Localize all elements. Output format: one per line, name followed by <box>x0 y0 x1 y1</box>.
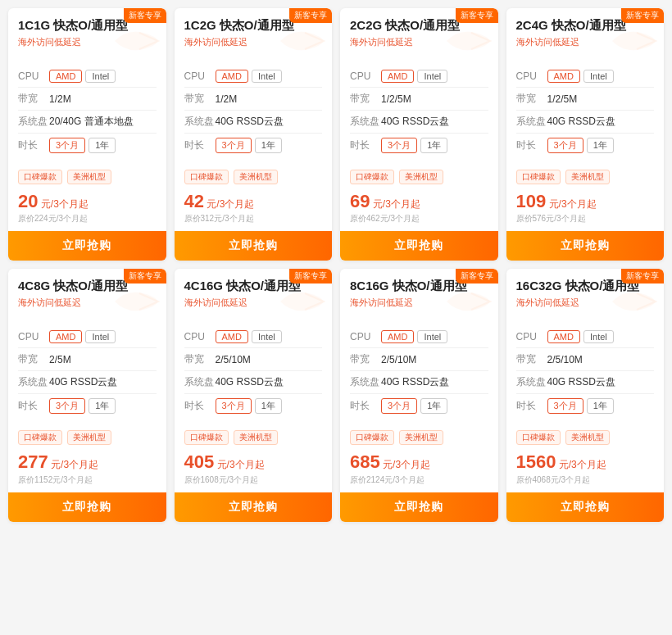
buy-button[interactable]: 立即抢购 <box>175 231 333 261</box>
price-area: 42 元/3个月起 原价312元/3个月起 <box>175 188 333 231</box>
tag-region: 美洲机型 <box>234 430 278 445</box>
time-1year-btn[interactable]: 1年 <box>587 398 614 414</box>
new-badge: 新客专享 <box>289 269 332 283</box>
cpu-label: CPU <box>18 70 49 82</box>
time-label: 时长 <box>350 399 381 413</box>
time-3month-btn[interactable]: 3个月 <box>547 398 583 414</box>
price-original: 原价1608元/3个月起 <box>184 474 323 486</box>
cpu-intel-btn[interactable]: Intel <box>252 70 282 83</box>
buy-button[interactable]: 立即抢购 <box>175 492 333 522</box>
cpu-spec-row: CPU AMD Intel <box>350 326 488 348</box>
disk-spec-row: 系统盘 20/40G 普通本地盘 <box>18 111 157 134</box>
card-specs: CPU AMD Intel 带宽 1/2M 系统盘 40G RSSD云盘 时长 <box>175 66 333 164</box>
buy-button[interactable]: 立即抢购 <box>340 492 498 522</box>
price-area: 1560 元/3个月起 原价4068元/3个月起 <box>506 448 665 492</box>
price-original: 原价4068元/3个月起 <box>516 474 655 486</box>
arrow-decoration <box>276 285 325 318</box>
cpu-intel-btn[interactable]: Intel <box>252 330 282 343</box>
tag-popular: 口碑爆款 <box>516 170 561 184</box>
cpu-intel-btn[interactable]: Intel <box>417 330 447 343</box>
cpu-label: CPU <box>516 70 547 82</box>
price-original: 原价576元/3个月起 <box>516 213 655 225</box>
price-display: 42 元/3个月起 <box>184 191 323 212</box>
time-3month-btn[interactable]: 3个月 <box>216 398 252 414</box>
new-badge: 新客专享 <box>621 269 664 283</box>
card-specs: CPU AMD Intel 带宽 1/2/5M 系统盘 40G RSSD云盘 时… <box>340 66 498 164</box>
disk-value: 20/40G 普通本地盘 <box>49 115 134 129</box>
cpu-intel-btn[interactable]: Intel <box>417 70 447 83</box>
cpu-amd-btn[interactable]: AMD <box>49 330 82 343</box>
cpu-spec-row: CPU AMD Intel <box>18 326 157 348</box>
bandwidth-label: 带宽 <box>350 92 381 106</box>
cpu-intel-btn[interactable]: Intel <box>85 70 116 83</box>
time-1year-btn[interactable]: 1年 <box>420 398 447 414</box>
tag-popular: 口碑爆款 <box>18 430 62 445</box>
time-buttons: 3个月 1年 <box>49 398 116 414</box>
time-buttons: 3个月 1年 <box>547 138 614 153</box>
price-main: 277 元/3个月起 <box>18 451 98 472</box>
cpu-amd-btn[interactable]: AMD <box>547 70 580 83</box>
time-1year-btn[interactable]: 1年 <box>89 398 116 414</box>
price-display: 109 元/3个月起 <box>516 191 655 212</box>
tags-row: 口碑爆款 美洲机型 <box>506 164 665 188</box>
price-display: 20 元/3个月起 <box>18 191 157 212</box>
cpu-intel-btn[interactable]: Intel <box>583 70 614 83</box>
arrow-decoration <box>608 25 657 57</box>
tag-popular: 口碑爆款 <box>350 170 394 184</box>
buy-button[interactable]: 立即抢购 <box>506 492 665 522</box>
tag-region: 美洲机型 <box>399 170 443 184</box>
price-original: 原价224元/3个月起 <box>18 213 157 225</box>
cpu-label: CPU <box>18 331 49 342</box>
cpu-amd-btn[interactable]: AMD <box>216 330 248 343</box>
time-3month-btn[interactable]: 3个月 <box>547 138 583 153</box>
bandwidth-value: 2/5/10M <box>381 354 416 365</box>
bandwidth-label: 带宽 <box>18 92 49 106</box>
time-1year-btn[interactable]: 1年 <box>420 138 447 153</box>
cpu-intel-btn[interactable]: Intel <box>85 330 116 343</box>
cpu-intel-btn[interactable]: Intel <box>583 330 614 343</box>
price-main: 685 元/3个月起 <box>350 451 430 472</box>
cpu-amd-btn[interactable]: AMD <box>216 70 248 83</box>
tags-row: 口碑爆款 美洲机型 <box>8 424 166 448</box>
time-1year-btn[interactable]: 1年 <box>255 138 282 153</box>
bandwidth-spec-row: 带宽 2/5/10M <box>184 348 323 371</box>
card-specs: CPU AMD Intel 带宽 2/5M 系统盘 40G RSSD云盘 时长 <box>8 326 166 424</box>
tag-region: 美洲机型 <box>67 430 111 445</box>
time-1year-btn[interactable]: 1年 <box>255 398 282 414</box>
tag-popular: 口碑爆款 <box>18 170 62 184</box>
time-1year-btn[interactable]: 1年 <box>89 138 116 153</box>
time-label: 时长 <box>516 138 547 152</box>
cpu-buttons: AMD Intel <box>216 70 282 83</box>
tags-row: 口碑爆款 美洲机型 <box>340 164 498 188</box>
bandwidth-label: 带宽 <box>516 92 547 106</box>
card-header: 新客专享 2C4G 快杰O/通用型 海外访问低延迟 <box>506 8 665 66</box>
bandwidth-spec-row: 带宽 1/2/5M <box>350 88 488 111</box>
card-header: 新客专享 4C8G 快杰O/通用型 海外访问低延迟 <box>8 269 166 326</box>
time-3month-btn[interactable]: 3个月 <box>216 138 252 153</box>
time-3month-btn[interactable]: 3个月 <box>49 138 85 153</box>
card-header: 新客专享 16C32G 快杰O/通用型 海外访问低延迟 <box>506 269 665 326</box>
time-3month-btn[interactable]: 3个月 <box>381 138 417 153</box>
time-1year-btn[interactable]: 1年 <box>587 138 614 153</box>
arrow-decoration <box>276 25 325 57</box>
buy-button[interactable]: 立即抢购 <box>8 231 166 261</box>
cpu-amd-btn[interactable]: AMD <box>547 330 580 343</box>
time-3month-btn[interactable]: 3个月 <box>49 398 85 414</box>
tag-region: 美洲机型 <box>234 170 278 184</box>
disk-label: 系统盘 <box>516 375 547 389</box>
disk-value: 40G RSSD云盘 <box>381 115 449 129</box>
price-display: 405 元/3个月起 <box>184 451 323 473</box>
cpu-amd-btn[interactable]: AMD <box>381 330 414 343</box>
price-unit: 元/3个月起 <box>370 198 420 210</box>
cpu-amd-btn[interactable]: AMD <box>381 70 414 83</box>
arrow-decoration <box>443 285 492 318</box>
tags-row: 口碑爆款 美洲机型 <box>175 424 333 448</box>
cpu-spec-row: CPU AMD Intel <box>516 66 655 88</box>
cpu-amd-btn[interactable]: AMD <box>49 70 82 83</box>
card-specs: CPU AMD Intel 带宽 2/5/10M 系统盘 40G RSSD云盘 … <box>175 326 333 424</box>
buy-button[interactable]: 立即抢购 <box>8 492 166 522</box>
cpu-buttons: AMD Intel <box>547 330 614 343</box>
time-3month-btn[interactable]: 3个月 <box>381 398 417 414</box>
buy-button[interactable]: 立即抢购 <box>340 231 498 261</box>
buy-button[interactable]: 立即抢购 <box>506 231 665 261</box>
